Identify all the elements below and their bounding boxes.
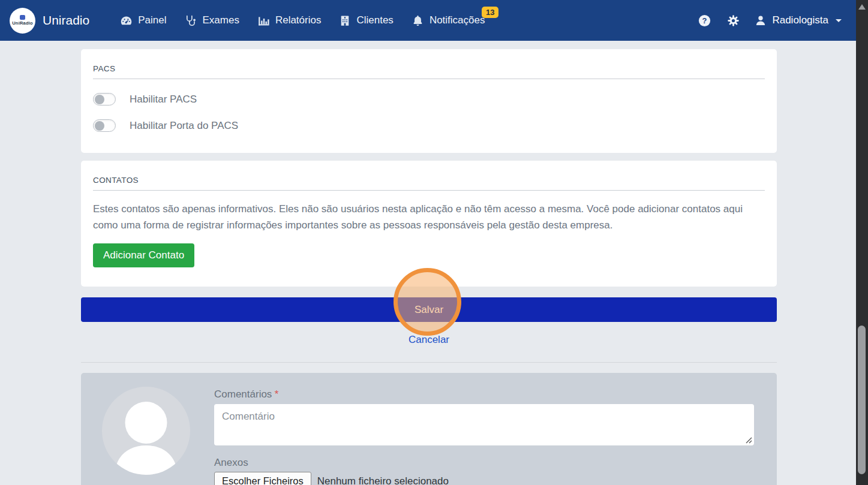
page: UniRadio Uniradio Painel xyxy=(0,0,868,485)
file-status-text: Nenhum ficheiro selecionado xyxy=(317,475,449,485)
bar-chart-icon xyxy=(257,14,270,27)
toggle-row-habilitar-pacs: Habilitar PACS xyxy=(93,93,765,106)
scrollbar-thumb[interactable] xyxy=(858,326,866,474)
bell-icon xyxy=(412,14,424,27)
file-input-row: Escolher Ficheiros Nenhum ficheiro selec… xyxy=(214,472,754,485)
settings-button[interactable] xyxy=(721,8,745,32)
pacs-section-title: PACS xyxy=(93,64,765,79)
tachometer-icon xyxy=(120,14,133,27)
comentarios-label: Comentários xyxy=(214,388,272,400)
user-menu[interactable]: Radiologista xyxy=(750,14,842,26)
question-circle-icon: ? xyxy=(698,14,711,28)
cancel-wrap: Cancelar xyxy=(81,334,777,346)
salvar-button[interactable]: Salvar xyxy=(81,297,777,322)
cancelar-link[interactable]: Cancelar xyxy=(409,334,449,345)
notification-badge: 13 xyxy=(482,7,498,18)
comentario-textarea[interactable] xyxy=(214,404,754,445)
user-label: Radiologista xyxy=(772,14,828,26)
brand-name: Uniradio xyxy=(43,13,89,28)
comment-form: Comentários * Anexos Escolher Ficheiros … xyxy=(214,388,754,485)
uniradio-logo-icon: UniRadio xyxy=(10,8,35,34)
nav-item-relatorios[interactable]: Relatórios xyxy=(248,0,331,41)
contatos-description: Estes contatos são apenas informativos. … xyxy=(93,201,750,233)
nav-label: Exames xyxy=(202,14,239,26)
contatos-card: CONTATOS Estes contatos são apenas infor… xyxy=(81,161,777,287)
scrollbar xyxy=(856,0,868,485)
pacs-card: PACS Habilitar PACS Habilitar Porta do P… xyxy=(81,49,777,153)
comment-card: Comentários * Anexos Escolher Ficheiros … xyxy=(81,373,777,485)
logo-text: UniRadio xyxy=(12,20,33,26)
help-button[interactable]: ? xyxy=(692,8,716,32)
nav-right: ? xyxy=(692,8,842,32)
required-asterisk: * xyxy=(275,388,279,400)
section-divider xyxy=(81,362,777,363)
gear-icon xyxy=(726,14,740,28)
adicionar-contato-button[interactable]: Adicionar Contato xyxy=(93,243,194,267)
user-icon xyxy=(755,14,767,26)
textarea-wrap xyxy=(214,404,754,445)
nav-item-clientes[interactable]: Clientes xyxy=(330,0,402,41)
hospital-icon xyxy=(339,14,351,27)
nav-label: Clientes xyxy=(356,14,393,26)
nav-label: Relatórios xyxy=(275,14,322,26)
resize-handle-icon[interactable] xyxy=(746,437,752,444)
escolher-ficheiros-button[interactable]: Escolher Ficheiros xyxy=(214,472,311,485)
question-glyph: ? xyxy=(702,16,707,25)
toggle-label: Habilitar Porta do PACS xyxy=(130,120,238,132)
toggle-label: Habilitar PACS xyxy=(130,94,197,106)
avatar xyxy=(102,387,190,475)
contatos-section-title: CONTATOS xyxy=(93,176,765,191)
nav-item-painel[interactable]: Painel xyxy=(111,0,175,41)
nav-label: Painel xyxy=(138,14,166,26)
toggle-row-habilitar-porta-pacs: Habilitar Porta do PACS xyxy=(93,119,765,132)
anexos-label: Anexos xyxy=(214,457,754,469)
person-silhouette-icon xyxy=(102,387,190,475)
chevron-down-icon xyxy=(836,19,842,22)
habilitar-pacs-toggle[interactable] xyxy=(93,93,116,106)
nav-items: Painel Exames Relat xyxy=(111,0,494,41)
nav-item-notificacoes[interactable]: Notificações 13 xyxy=(403,0,494,41)
habilitar-porta-pacs-toggle[interactable] xyxy=(93,119,116,132)
top-navbar: UniRadio Uniradio Painel xyxy=(0,0,868,41)
stethoscope-icon xyxy=(184,14,197,27)
brand[interactable]: UniRadio Uniradio xyxy=(10,8,89,34)
logo-glyph xyxy=(20,15,25,20)
scrollbar-up-arrow-icon[interactable] xyxy=(858,4,866,10)
nav-item-exames[interactable]: Exames xyxy=(175,0,248,41)
nav-label: Notificações xyxy=(430,14,485,26)
